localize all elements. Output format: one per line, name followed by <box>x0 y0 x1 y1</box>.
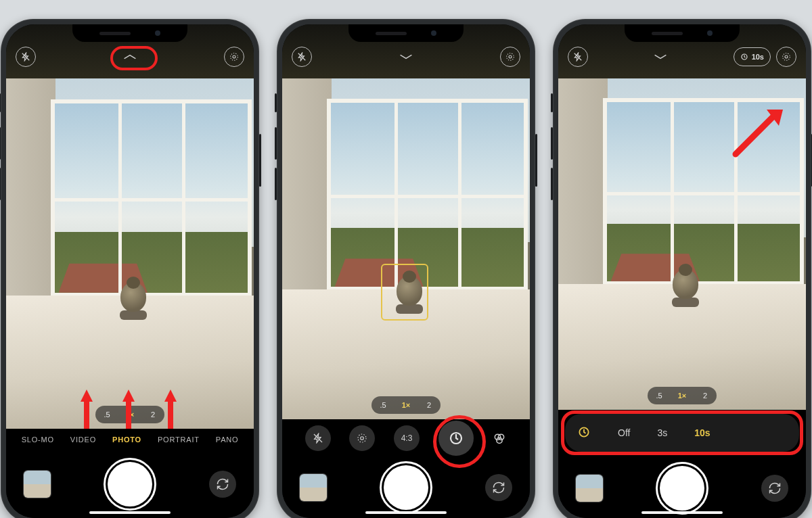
timer-option-10s[interactable]: 10s <box>694 427 710 438</box>
phone-step-2: .5 1× 2 4:3 <box>277 19 535 518</box>
timer-option-3s[interactable]: 3s <box>657 427 667 438</box>
camera-viewfinder[interactable]: .5 1× 2 <box>6 78 254 429</box>
live-photo-option-icon[interactable] <box>349 425 375 451</box>
reveal-chevron-down-icon[interactable] <box>653 53 668 61</box>
switch-camera-icon[interactable] <box>209 471 236 498</box>
phone-step-1: .5 1× 2 SLO-MO VIDEO PHOTO PORTRAIT PANO <box>1 19 259 518</box>
svg-point-15 <box>785 55 788 58</box>
reveal-chevron-up-icon[interactable] <box>122 53 137 61</box>
home-indicator[interactable] <box>89 511 171 514</box>
timer-option-icon[interactable] <box>438 421 474 456</box>
svg-point-2 <box>231 53 238 61</box>
timer-option-off[interactable]: Off <box>618 427 630 438</box>
home-indicator[interactable] <box>365 511 447 514</box>
mode-portrait[interactable]: PORTRAIT <box>158 435 200 444</box>
zoom-1x[interactable]: 1× <box>671 387 694 404</box>
switch-camera-icon[interactable] <box>485 474 512 501</box>
zoom-0-5x[interactable]: .5 <box>648 387 671 404</box>
zoom-selector[interactable]: .5 1× 2 <box>371 396 441 414</box>
svg-point-16 <box>783 53 790 61</box>
shutter-button[interactable] <box>108 462 152 507</box>
camera-bottom-bar <box>558 458 806 518</box>
camera-mode-selector[interactable]: SLO-MO VIDEO PHOTO PORTRAIT PANO <box>6 429 254 450</box>
timer-icon <box>577 425 591 441</box>
last-photo-thumbnail[interactable] <box>24 471 51 498</box>
camera-options-tray: 4:3 <box>282 419 530 457</box>
timer-options-panel: Off 3s 10s <box>565 414 799 452</box>
last-photo-thumbnail[interactable] <box>300 474 327 501</box>
timer-badge-label: 10s <box>752 53 764 61</box>
live-photo-icon[interactable] <box>776 47 796 67</box>
switch-camera-icon[interactable] <box>761 475 788 502</box>
filters-option-icon[interactable] <box>492 425 507 451</box>
svg-point-4 <box>509 55 512 58</box>
svg-point-12 <box>497 438 502 443</box>
svg-point-8 <box>358 434 366 442</box>
flash-option-icon[interactable] <box>305 425 331 451</box>
mode-video[interactable]: VIDEO <box>70 435 96 444</box>
svg-point-1 <box>233 55 235 58</box>
zoom-2x[interactable]: 2 <box>694 387 717 404</box>
camera-bottom-bar <box>282 457 530 518</box>
zoom-selector[interactable]: .5 1× 2 <box>648 387 717 404</box>
svg-point-7 <box>361 437 364 440</box>
flash-icon[interactable] <box>568 47 588 67</box>
zoom-2x[interactable]: 2 <box>141 406 164 423</box>
mode-slo-mo[interactable]: SLO-MO <box>22 435 54 444</box>
camera-bottom-bar <box>6 450 254 518</box>
phone-step-3: 10s .5 1× 2 <box>553 19 811 518</box>
zoom-1x[interactable]: 1× <box>118 406 141 423</box>
zoom-selector[interactable]: .5 1× 2 <box>95 406 164 423</box>
flash-icon[interactable] <box>292 47 312 67</box>
mode-photo[interactable]: PHOTO <box>112 435 141 444</box>
zoom-0-5x[interactable]: .5 <box>371 396 394 414</box>
last-photo-thumbnail[interactable] <box>576 475 603 502</box>
mode-pano[interactable]: PANO <box>216 435 239 444</box>
live-photo-icon[interactable] <box>500 47 520 67</box>
svg-point-5 <box>507 53 514 61</box>
zoom-1x[interactable]: 1× <box>394 396 418 414</box>
home-indicator[interactable] <box>641 511 723 514</box>
shutter-button[interactable] <box>384 465 428 510</box>
flash-icon[interactable] <box>16 47 36 67</box>
timer-status-badge[interactable]: 10s <box>734 47 771 66</box>
svg-point-11 <box>499 434 504 440</box>
reveal-chevron-down-icon[interactable] <box>399 53 413 61</box>
camera-viewfinder[interactable]: .5 1× 2 <box>282 78 530 419</box>
zoom-2x[interactable]: 2 <box>418 396 441 414</box>
aspect-ratio-option[interactable]: 4:3 <box>394 425 420 451</box>
camera-viewfinder[interactable]: .5 1× 2 <box>558 78 806 410</box>
focus-square <box>381 264 428 321</box>
zoom-0-5x[interactable]: .5 <box>95 406 118 423</box>
live-photo-icon[interactable] <box>224 47 244 67</box>
shutter-button[interactable] <box>660 466 704 511</box>
